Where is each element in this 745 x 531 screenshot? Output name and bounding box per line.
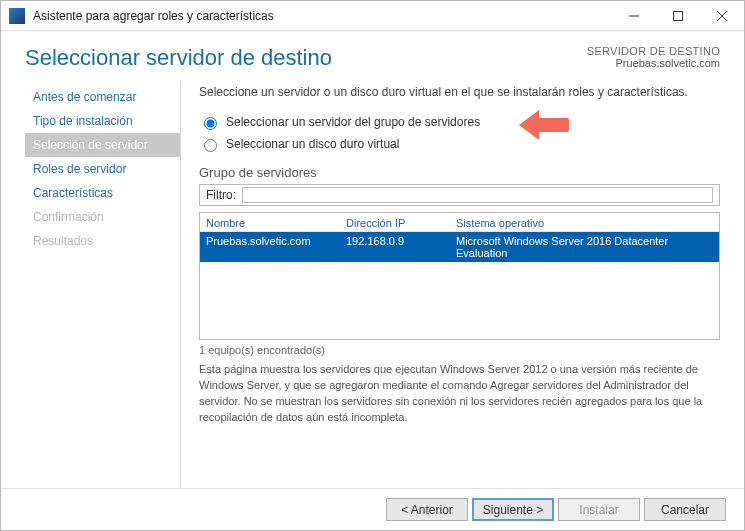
svg-rect-0 <box>674 11 683 20</box>
main-panel: Seleccione un servidor o un disco duro v… <box>180 81 720 488</box>
filter-label: Filtro: <box>206 188 236 202</box>
instruction-text: Seleccione un servidor o un disco duro v… <box>199 85 720 99</box>
destination-box: SERVIDOR DE DESTINO Pruebas.solvetic.com <box>587 45 720 69</box>
step-before-begin[interactable]: Antes de comenzar <box>25 85 180 109</box>
col-os[interactable]: Sistema operativo <box>456 217 713 229</box>
filter-container: Filtro: <box>199 184 720 206</box>
table-header: Nombre Dirección IP Sistema operativo <box>200 213 719 232</box>
app-icon <box>9 8 25 24</box>
radio-vhd[interactable] <box>204 139 217 152</box>
minimize-icon <box>629 11 639 21</box>
step-results: Resultados <box>25 229 180 253</box>
count-text: 1 equipo(s) encontrado(s) <box>199 344 720 356</box>
filter-input[interactable] <box>242 187 713 203</box>
install-button: Instalar <box>558 498 640 521</box>
steps-sidebar: Antes de comenzar Tipo de instalación Se… <box>25 81 180 488</box>
maximize-icon <box>673 11 683 21</box>
footer: < Anterior Siguiente > Instalar Cancelar <box>1 488 744 530</box>
minimize-button[interactable] <box>612 2 656 30</box>
description-text: Esta página muestra los servidores que e… <box>199 362 720 426</box>
radio-vhd-label: Seleccionar un disco duro virtual <box>226 137 399 151</box>
step-install-type[interactable]: Tipo de instalación <box>25 109 180 133</box>
radio-pool-row[interactable]: Seleccionar un servidor del grupo de ser… <box>199 114 720 130</box>
destination-server: Pruebas.solvetic.com <box>587 57 720 69</box>
close-button[interactable] <box>700 2 744 30</box>
window-title: Asistente para agregar roles y caracterí… <box>33 9 612 23</box>
radio-server-pool[interactable] <box>204 117 217 130</box>
radio-vhd-row[interactable]: Seleccionar un disco duro virtual <box>199 136 720 152</box>
titlebar: Asistente para agregar roles y caracterí… <box>1 1 744 31</box>
content-area: Antes de comenzar Tipo de instalación Se… <box>1 81 744 488</box>
step-server-roles[interactable]: Roles de servidor <box>25 157 180 181</box>
step-features[interactable]: Características <box>25 181 180 205</box>
col-name[interactable]: Nombre <box>206 217 346 229</box>
radio-server-pool-label: Seleccionar un servidor del grupo de ser… <box>226 115 480 129</box>
cell-os: Microsoft Windows Server 2016 Datacenter… <box>456 235 713 259</box>
server-table: Nombre Dirección IP Sistema operativo Pr… <box>199 212 720 340</box>
page-header: Seleccionar servidor de destino SERVIDOR… <box>1 31 744 81</box>
page-title: Seleccionar servidor de destino <box>25 45 587 71</box>
col-ip[interactable]: Dirección IP <box>346 217 456 229</box>
next-button[interactable]: Siguiente > <box>472 498 554 521</box>
close-icon <box>717 11 727 21</box>
step-confirmation: Confirmación <box>25 205 180 229</box>
step-server-selection[interactable]: Selección de servidor <box>25 133 180 157</box>
table-row[interactable]: Pruebas.solvetic.com 192.168.0.9 Microso… <box>200 232 719 262</box>
destination-label: SERVIDOR DE DESTINO <box>587 45 720 57</box>
maximize-button[interactable] <box>656 2 700 30</box>
wizard-window: Asistente para agregar roles y caracterí… <box>0 0 745 531</box>
previous-button[interactable]: < Anterior <box>386 498 468 521</box>
cell-ip: 192.168.0.9 <box>346 235 456 259</box>
cell-name: Pruebas.solvetic.com <box>206 235 346 259</box>
server-pool-label: Grupo de servidores <box>199 165 720 180</box>
cancel-button[interactable]: Cancelar <box>644 498 726 521</box>
